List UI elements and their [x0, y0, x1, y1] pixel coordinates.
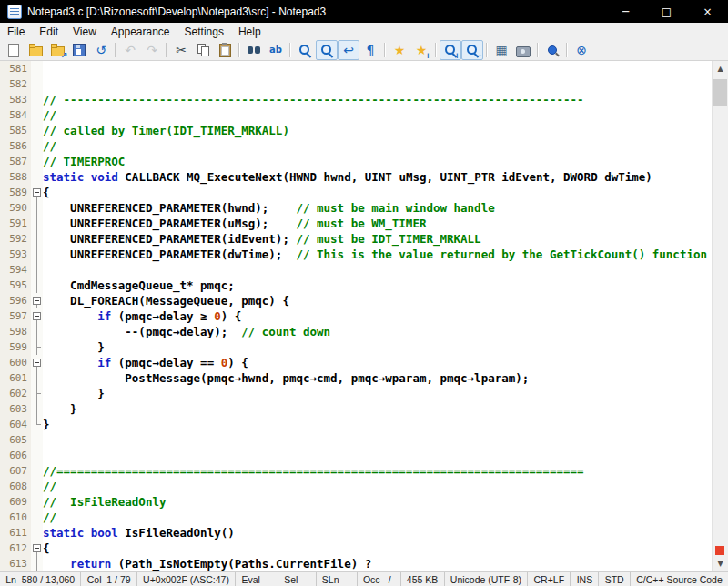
minimize-button[interactable]: ─: [605, 0, 646, 23]
code-text[interactable]: if (pmqc→delay ≥ 0) {: [43, 308, 241, 324]
line-number[interactable]: 593: [0, 247, 31, 262]
fold-toggle-icon[interactable]: [31, 355, 43, 370]
code-line[interactable]: 588static void CALLBACK MQ_ExecuteNext(H…: [0, 169, 713, 185]
find-button[interactable]: [243, 40, 265, 60]
line-number[interactable]: 611: [0, 525, 31, 541]
code-text[interactable]: if (pmqc→delay == 0) {: [43, 355, 248, 370]
editor[interactable]: 581582583// ----------------------------…: [0, 61, 728, 571]
code-line[interactable]: 602 }: [0, 386, 713, 401]
code-line[interactable]: 586//: [0, 138, 713, 154]
fold-collapse-icon[interactable]: [33, 359, 41, 367]
code-text[interactable]: UNREFERENCED_PARAMETER(dwTime); // This …: [43, 247, 707, 262]
code-line[interactable]: 600 if (pmqc→delay == 0) {: [0, 355, 713, 370]
code-line[interactable]: 605: [0, 432, 713, 448]
status-ovr-mode[interactable]: STD: [599, 572, 631, 586]
code-text[interactable]: UNREFERENCED_PARAMETER(uMsg); // must be…: [43, 216, 426, 231]
code-text[interactable]: //: [43, 107, 56, 123]
code-line[interactable]: 599 }: [0, 339, 713, 355]
replace-button[interactable]: ab: [265, 40, 287, 60]
code-text[interactable]: }: [43, 401, 77, 417]
open-favorites-button[interactable]: ★: [389, 40, 410, 60]
line-number[interactable]: 613: [0, 556, 31, 571]
line-number[interactable]: 612: [0, 541, 31, 556]
line-number[interactable]: 590: [0, 200, 31, 216]
line-number[interactable]: 592: [0, 231, 31, 247]
undo-button[interactable]: ↶: [119, 40, 141, 60]
browse-files-button[interactable]: ↗: [46, 40, 68, 60]
code-line[interactable]: 601 PostMessage(pmqc→hwnd, pmqc→cmd, pmq…: [0, 370, 713, 386]
fold-collapse-icon[interactable]: [33, 544, 41, 552]
code-text[interactable]: static void CALLBACK MQ_ExecuteNext(HWND…: [43, 169, 652, 185]
line-number[interactable]: 588: [0, 169, 31, 185]
code-text[interactable]: // IsFileReadOnly: [43, 494, 166, 510]
code-line[interactable]: 604}: [0, 417, 713, 432]
line-number[interactable]: 591: [0, 216, 31, 231]
code-text[interactable]: }: [43, 417, 50, 432]
paste-button[interactable]: [214, 40, 236, 60]
code-text[interactable]: UNREFERENCED_PARAMETER(hwnd); // must be…: [43, 200, 495, 216]
new-file-button[interactable]: [3, 40, 25, 60]
pin-on-top-button[interactable]: [541, 40, 563, 60]
line-number[interactable]: 595: [0, 278, 31, 293]
code-text[interactable]: }: [43, 386, 105, 401]
code-text[interactable]: UNREFERENCED_PARAMETER(idEvent); // must…: [43, 231, 481, 247]
fold-toggle-icon[interactable]: [31, 541, 43, 556]
editor-lines[interactable]: 581582583// ----------------------------…: [0, 61, 713, 571]
line-number[interactable]: 604: [0, 417, 31, 432]
code-line[interactable]: 608//: [0, 479, 713, 494]
code-line[interactable]: 594: [0, 262, 713, 278]
zoom-out-button[interactable]: −: [461, 40, 483, 60]
line-number[interactable]: 601: [0, 370, 31, 386]
code-text[interactable]: {: [43, 541, 50, 556]
status-encoding[interactable]: Unicode (UTF-8): [445, 572, 529, 586]
code-line[interactable]: 589{: [0, 185, 713, 200]
toggle-folds-button[interactable]: ▦: [490, 40, 512, 60]
line-number[interactable]: 610: [0, 510, 31, 525]
line-number[interactable]: 608: [0, 479, 31, 494]
cut-button[interactable]: ✂: [170, 40, 192, 60]
find-next-button[interactable]: [316, 40, 338, 60]
status-eol[interactable]: CR+LF: [528, 572, 571, 586]
zoom-in-button[interactable]: +: [440, 40, 461, 60]
line-number[interactable]: 606: [0, 448, 31, 463]
code-line[interactable]: 610//: [0, 510, 713, 525]
code-text[interactable]: //: [43, 510, 56, 525]
code-line[interactable]: 606: [0, 448, 713, 463]
code-text[interactable]: CmdMessageQueue_t* pmqc;: [43, 278, 235, 293]
line-number[interactable]: 584: [0, 107, 31, 123]
line-number[interactable]: 602: [0, 386, 31, 401]
revert-file-button[interactable]: ↺: [90, 40, 112, 60]
status-insert-mode[interactable]: INS: [571, 572, 599, 586]
vertical-scrollbar[interactable]: ▲ ▼: [712, 61, 728, 571]
word-wrap-button[interactable]: ↩: [338, 40, 359, 60]
menu-help[interactable]: Help: [231, 23, 268, 40]
code-line[interactable]: 596 DL_FOREACH(MessageQueue, pmqc) {: [0, 293, 713, 308]
code-text[interactable]: --(pmqc→delay); // count down: [43, 324, 330, 339]
code-line[interactable]: 612{: [0, 541, 713, 556]
code-line[interactable]: 609// IsFileReadOnly: [0, 494, 713, 510]
find-previous-button[interactable]: [294, 40, 316, 60]
code-line[interactable]: 593 UNREFERENCED_PARAMETER(dwTime); // T…: [0, 247, 713, 262]
code-text[interactable]: // -------------------------------------…: [43, 92, 584, 107]
code-text[interactable]: //======================================…: [43, 463, 584, 479]
code-text[interactable]: //: [43, 479, 56, 494]
code-line[interactable]: 603 }: [0, 401, 713, 417]
fold-collapse-icon[interactable]: [33, 312, 41, 320]
line-number[interactable]: 607: [0, 463, 31, 479]
line-number[interactable]: 583: [0, 92, 31, 107]
save-file-button[interactable]: [68, 40, 90, 60]
line-number[interactable]: 596: [0, 293, 31, 308]
status-occurrences[interactable]: Occ -/-: [358, 572, 401, 586]
fold-collapse-icon[interactable]: [33, 297, 41, 305]
line-number[interactable]: 582: [0, 76, 31, 92]
fold-toggle-icon[interactable]: [31, 185, 43, 200]
code-line[interactable]: 591 UNREFERENCED_PARAMETER(uMsg); // mus…: [0, 216, 713, 231]
line-number[interactable]: 599: [0, 339, 31, 355]
menu-edit[interactable]: Edit: [32, 23, 66, 40]
add-favorites-button[interactable]: ★+: [410, 40, 432, 60]
code-text[interactable]: //: [43, 138, 56, 154]
exit-button[interactable]: ⊗: [571, 40, 592, 60]
code-text[interactable]: {: [43, 185, 50, 200]
copy-screenshot-button[interactable]: [512, 40, 534, 60]
code-line[interactable]: 584//: [0, 107, 713, 123]
